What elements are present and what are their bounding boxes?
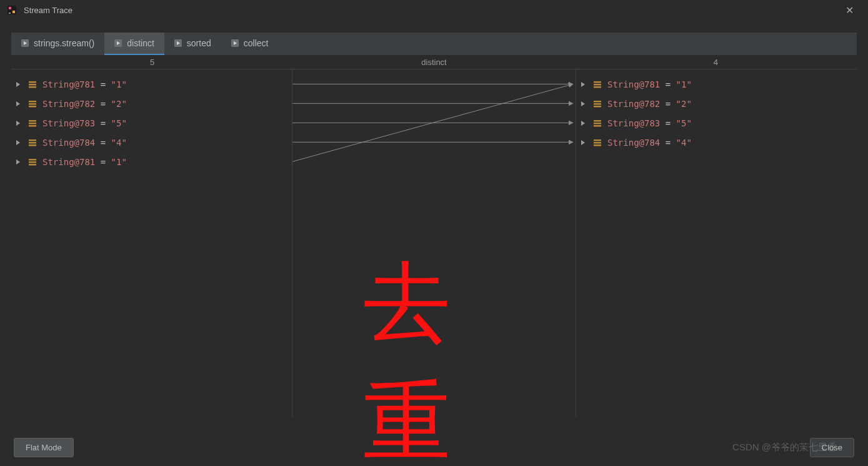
expand-icon[interactable] xyxy=(579,119,587,128)
svg-rect-23 xyxy=(29,142,36,144)
window-title: Stream Trace xyxy=(24,6,837,15)
expand-icon[interactable] xyxy=(14,138,22,147)
trace-panels: String@781 = "1"String@782 = "2"String@7… xyxy=(11,69,857,417)
header-row: 5 distinct 4 xyxy=(11,55,857,69)
object-name: String@782 xyxy=(42,99,95,109)
input-panel: String@781 = "1"String@782 = "2"String@7… xyxy=(11,69,292,417)
expand-icon[interactable] xyxy=(14,80,22,89)
object-name: String@782 xyxy=(607,99,660,109)
close-button[interactable]: Close xyxy=(810,438,854,457)
output-count: 4 xyxy=(714,58,718,67)
object-value: "5" xyxy=(111,118,127,128)
list-item[interactable]: String@781 = "1" xyxy=(11,74,292,94)
svg-rect-38 xyxy=(594,86,601,88)
close-icon[interactable]: ✕ xyxy=(837,4,862,16)
play-icon xyxy=(174,39,182,47)
list-item[interactable]: String@784 = "4" xyxy=(11,133,292,152)
svg-rect-49 xyxy=(594,142,601,144)
list-item[interactable]: String@784 = "4" xyxy=(576,133,857,152)
object-value: "2" xyxy=(676,99,692,109)
equals: = xyxy=(95,99,111,109)
list-item[interactable]: String@782 = "2" xyxy=(576,94,857,113)
svg-rect-22 xyxy=(29,139,36,141)
svg-rect-19 xyxy=(29,123,36,124)
object-icon xyxy=(27,79,37,89)
object-name: String@783 xyxy=(42,118,95,128)
equals: = xyxy=(95,79,111,89)
object-name: String@783 xyxy=(607,118,660,128)
svg-rect-48 xyxy=(594,139,601,141)
svg-rect-45 xyxy=(594,123,601,124)
svg-rect-27 xyxy=(29,161,36,163)
svg-rect-28 xyxy=(29,164,36,166)
svg-marker-35 xyxy=(581,82,585,87)
svg-rect-20 xyxy=(29,125,36,127)
tab-collect[interactable]: collect xyxy=(221,33,279,55)
tab-stream[interactable]: strings.stream() xyxy=(11,33,104,55)
object-name: String@781 xyxy=(42,79,95,89)
tab-label: collect xyxy=(244,38,269,48)
tab-sorted[interactable]: sorted xyxy=(164,33,221,55)
connector-lines xyxy=(292,69,576,417)
object-icon xyxy=(592,79,602,89)
play-icon xyxy=(114,39,122,47)
svg-marker-47 xyxy=(581,140,585,145)
play-icon xyxy=(231,39,239,47)
input-count: 5 xyxy=(150,58,154,67)
svg-rect-26 xyxy=(29,159,36,161)
object-text: String@783 = "5" xyxy=(607,118,692,128)
object-icon xyxy=(592,99,602,109)
equals: = xyxy=(660,118,676,128)
expand-icon[interactable] xyxy=(14,158,22,166)
tab-label: strings.stream() xyxy=(34,38,94,48)
object-name: String@784 xyxy=(42,138,95,148)
expand-icon[interactable] xyxy=(14,119,22,128)
equals: = xyxy=(660,138,676,148)
svg-marker-9 xyxy=(16,82,20,87)
object-text: String@781 = "1" xyxy=(42,157,127,167)
list-item[interactable]: String@783 = "5" xyxy=(11,113,292,133)
svg-rect-16 xyxy=(29,106,36,108)
svg-marker-17 xyxy=(16,121,20,126)
play-icon xyxy=(21,39,29,47)
expand-icon[interactable] xyxy=(579,99,587,108)
equals: = xyxy=(95,157,111,167)
object-value: "4" xyxy=(111,138,127,148)
equals: = xyxy=(95,118,111,128)
svg-marker-39 xyxy=(581,101,585,106)
svg-marker-43 xyxy=(581,121,585,126)
svg-rect-11 xyxy=(29,84,36,86)
object-value: "1" xyxy=(111,79,127,89)
object-value: "2" xyxy=(111,99,127,109)
tab-label: distinct xyxy=(127,38,154,48)
svg-rect-50 xyxy=(594,144,601,146)
object-icon xyxy=(592,118,602,128)
tab-distinct[interactable]: distinct xyxy=(104,33,164,55)
tabs-bar: strings.stream() distinct sorted collect xyxy=(11,33,857,55)
object-icon xyxy=(592,138,602,148)
flat-mode-button[interactable]: Flat Mode xyxy=(14,438,74,457)
svg-rect-24 xyxy=(29,144,36,146)
list-item[interactable]: String@781 = "1" xyxy=(576,74,857,94)
svg-rect-18 xyxy=(29,120,36,122)
object-icon xyxy=(27,99,37,109)
svg-rect-15 xyxy=(29,103,36,105)
app-icon xyxy=(6,4,17,16)
svg-rect-42 xyxy=(594,106,601,108)
list-item[interactable]: String@781 = "1" xyxy=(11,152,292,171)
object-icon xyxy=(27,157,37,167)
list-item[interactable]: String@782 = "2" xyxy=(11,94,292,113)
operation-name: distinct xyxy=(421,58,446,67)
expand-icon[interactable] xyxy=(579,138,587,147)
object-name: String@784 xyxy=(607,138,660,148)
object-text: String@784 = "4" xyxy=(42,138,127,148)
svg-rect-40 xyxy=(594,101,601,103)
expand-icon[interactable] xyxy=(579,80,587,89)
svg-rect-41 xyxy=(594,103,601,105)
object-value: "1" xyxy=(111,157,127,167)
output-panel: String@781 = "1"String@782 = "2"String@7… xyxy=(576,69,857,417)
svg-rect-44 xyxy=(594,120,601,122)
list-item[interactable]: String@783 = "5" xyxy=(576,113,857,133)
object-icon xyxy=(27,138,37,148)
expand-icon[interactable] xyxy=(14,99,22,108)
